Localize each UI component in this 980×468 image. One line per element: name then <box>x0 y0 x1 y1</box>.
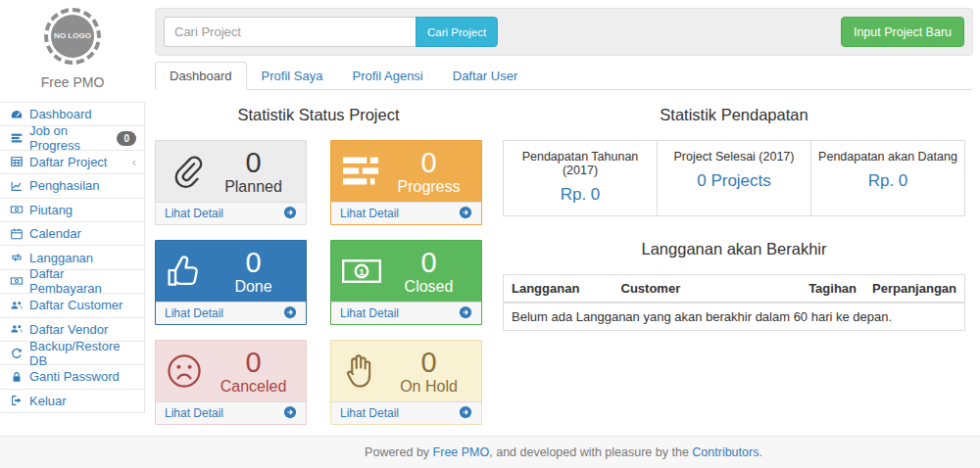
income-section-title: Statistik Pendapatan <box>503 106 965 124</box>
arrow-circle-right-icon <box>459 206 472 222</box>
stat-project-selesai: Project Selesai (2017) 0 Projects <box>658 141 811 215</box>
input-project-baru-button[interactable]: Input Project Baru <box>841 17 964 47</box>
progress-count: 0 <box>386 148 471 177</box>
dashboard-icon <box>9 108 24 121</box>
status-cards: 0 Planned Lihat Detail <box>155 140 482 425</box>
users-icon <box>9 322 24 336</box>
sign-out-icon <box>9 394 24 407</box>
card-canceled: 0 Canceled Lihat Detail <box>155 340 307 425</box>
tasks-icon <box>341 154 386 189</box>
sidebar-item-label: Dashboard <box>29 107 92 121</box>
sidebar-item-label: Daftar Vendor <box>29 322 108 337</box>
tab-profil-agensi[interactable]: Profil Agensi <box>337 62 437 90</box>
sidebar-item-label: Langganan <box>29 251 93 265</box>
sidebar-item-label: Daftar Project <box>29 155 107 169</box>
arrow-circle-right-icon <box>283 405 297 422</box>
arrow-circle-right-icon <box>283 305 297 322</box>
income-stats-table: Pendapatan Tahunan (2017) Rp. 0 Project … <box>503 140 965 216</box>
sidebar-item-label: Calendar <box>29 226 81 241</box>
sidebar: NO LOGO Free PMO Dashboard Job on Progre… <box>0 0 145 413</box>
sidebar-item-label: Daftar Pembayaran <box>29 266 136 296</box>
subscription-table: Langganan Customer Tagihan Perpanjangan … <box>503 274 965 331</box>
col-perpanjangan: Perpanjangan <box>864 275 964 304</box>
col-tagihan: Tagihan <box>801 275 864 304</box>
tab-profil-saya[interactable]: Profil Saya <box>247 62 338 90</box>
sidebar-item-keluar[interactable]: Keluar <box>0 390 144 413</box>
on-hold-detail-link[interactable]: Lihat Detail <box>331 401 481 424</box>
brand-name: Free PMO <box>0 74 145 90</box>
retweet-icon <box>9 251 24 264</box>
table-row: Belum ada Langganan yang akan berakhir d… <box>504 303 965 331</box>
line-chart-icon <box>9 179 24 193</box>
pendapatan-akan-datang-value[interactable]: Rp. 0 <box>817 171 958 191</box>
done-detail-link[interactable]: Lihat Detail <box>156 302 306 324</box>
closed-count: 0 <box>386 248 471 277</box>
sidebar-item-daftar-customer[interactable]: Daftar Customer <box>0 294 144 317</box>
table-icon <box>9 155 24 168</box>
sidebar-item-calendar[interactable]: Calendar <box>0 222 144 246</box>
done-label: Done <box>211 278 296 296</box>
income-section: Statistik Pendapatan Pendapatan Tahunan … <box>503 104 965 425</box>
sidebar-item-daftar-pembayaran[interactable]: Daftar Pembayaran <box>0 270 144 294</box>
tab-dashboard[interactable]: Dashboard <box>155 62 247 90</box>
sidebar-item-penghasilan[interactable]: Penghasilan <box>0 174 144 198</box>
canceled-label: Canceled <box>211 378 296 396</box>
sidebar-item-label: Backup/Restore DB <box>29 339 136 368</box>
done-count: 0 <box>211 248 296 277</box>
sidebar-item-label: Piutang <box>29 203 73 217</box>
sidebar-menu: Dashboard Job on Progress 0 Daftar Proje… <box>0 102 145 413</box>
on-hold-count: 0 <box>386 348 471 377</box>
canceled-count: 0 <box>211 348 296 377</box>
sidebar-item-backup-restore[interactable]: Backup/Restore DB <box>0 342 144 365</box>
status-section: Statistik Status Project 0 Planned <box>155 104 482 425</box>
card-on-hold: 0 On Hold Lihat Detail <box>330 340 482 425</box>
users-icon <box>9 299 24 312</box>
search-button[interactable]: Cari Project <box>416 17 498 47</box>
tab-daftar-user[interactable]: Daftar User <box>438 62 532 90</box>
sidebar-item-job-on-progress[interactable]: Job on Progress 0 <box>0 126 144 150</box>
page-footer: Powered by Free PMO, and developed with … <box>0 436 980 468</box>
refresh-icon <box>9 347 24 360</box>
stat-pendapatan-tahunan: Pendapatan Tahunan (2017) Rp. 0 <box>504 141 658 215</box>
canceled-detail-link[interactable]: Lihat Detail <box>156 401 306 424</box>
col-customer: Customer <box>613 275 802 304</box>
sidebar-item-label: Daftar Customer <box>29 298 122 312</box>
closed-label: Closed <box>386 278 471 296</box>
sidebar-item-ganti-password[interactable]: Ganti Password <box>0 365 144 389</box>
money-icon <box>9 274 24 288</box>
card-planned: 0 Planned Lihat Detail <box>155 140 307 225</box>
sidebar-item-label: Ganti Password <box>29 369 120 384</box>
svg-text:1: 1 <box>359 266 365 277</box>
paperclip-icon <box>166 152 211 191</box>
search-input[interactable] <box>164 17 416 47</box>
lock-icon <box>9 370 24 384</box>
stat-pendapatan-akan-datang: Pendapatan akan Datang Rp. 0 <box>811 141 964 215</box>
planned-count: 0 <box>211 148 296 177</box>
progress-label: Progress <box>386 178 471 196</box>
planned-label: Planned <box>211 178 296 196</box>
closed-detail-link[interactable]: Lihat Detail <box>331 302 481 324</box>
subscription-section-title: Langganan akan Berakhir <box>503 240 965 258</box>
sidebar-item-daftar-project[interactable]: Daftar Project ‹ <box>0 151 144 174</box>
status-section-title: Statistik Status Project <box>155 106 482 124</box>
on-hold-label: On Hold <box>386 378 471 396</box>
sidebar-item-piutang[interactable]: Piutang <box>0 199 144 222</box>
planned-detail-link[interactable]: Lihat Detail <box>156 202 306 224</box>
money-icon: 1 <box>341 255 386 288</box>
chevron-left-icon: ‹ <box>132 156 136 168</box>
free-pmo-link[interactable]: Free PMO <box>433 445 490 459</box>
main-content: Cari Project Input Project Baru Dashboar… <box>155 0 973 425</box>
sidebar-item-label: Job on Progress <box>29 123 111 153</box>
project-selesai-value[interactable]: 0 Projects <box>663 171 805 191</box>
frown-icon <box>166 352 211 390</box>
no-logo-seal: NO LOGO <box>44 8 101 65</box>
logo-area: NO LOGO Free PMO <box>0 0 145 90</box>
progress-detail-link[interactable]: Lihat Detail <box>331 202 481 224</box>
search-panel: Cari Project Input Project Baru <box>155 8 973 56</box>
contributors-link[interactable]: Contributors <box>692 445 759 459</box>
hand-paper-icon <box>341 351 386 391</box>
tasks-icon <box>9 131 24 145</box>
sidebar-item-label: Keluar <box>29 394 67 408</box>
no-logo-text: NO LOGO <box>54 31 91 41</box>
pendapatan-tahunan-value[interactable]: Rp. 0 <box>510 185 651 205</box>
